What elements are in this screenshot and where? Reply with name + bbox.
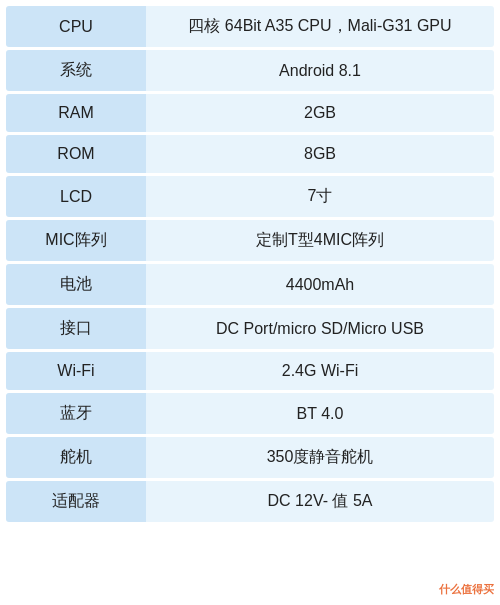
spec-value-1: Android 8.1 [146, 50, 494, 91]
spec-row: Wi-Fi2.4G Wi-Fi [6, 352, 494, 390]
spec-label-2: RAM [6, 94, 146, 132]
spec-row: CPU四核 64Bit A35 CPU，Mali-G31 GPU [6, 6, 494, 47]
spec-value-6: 4400mAh [146, 264, 494, 305]
spec-label-4: LCD [6, 176, 146, 217]
spec-label-8: Wi-Fi [6, 352, 146, 390]
watermark-label: 什么值得买 [439, 582, 494, 597]
spec-row: 舵机350度静音舵机 [6, 437, 494, 478]
spec-value-2: 2GB [146, 94, 494, 132]
spec-label-3: ROM [6, 135, 146, 173]
spec-value-10: 350度静音舵机 [146, 437, 494, 478]
spec-row: 适配器DC 12V- 值 5A [6, 481, 494, 522]
spec-row: 系统Android 8.1 [6, 50, 494, 91]
spec-label-7: 接口 [6, 308, 146, 349]
spec-value-8: 2.4G Wi-Fi [146, 352, 494, 390]
spec-value-0: 四核 64Bit A35 CPU，Mali-G31 GPU [146, 6, 494, 47]
spec-value-5: 定制T型4MIC阵列 [146, 220, 494, 261]
spec-table: CPU四核 64Bit A35 CPU，Mali-G31 GPU系统Androi… [6, 6, 494, 525]
spec-value-9: BT 4.0 [146, 393, 494, 434]
spec-label-5: MIC阵列 [6, 220, 146, 261]
spec-label-11: 适配器 [6, 481, 146, 522]
spec-label-6: 电池 [6, 264, 146, 305]
spec-row: RAM2GB [6, 94, 494, 132]
spec-row: 蓝牙BT 4.0 [6, 393, 494, 434]
spec-label-10: 舵机 [6, 437, 146, 478]
spec-row: 电池4400mAh [6, 264, 494, 305]
spec-row: MIC阵列定制T型4MIC阵列 [6, 220, 494, 261]
spec-label-9: 蓝牙 [6, 393, 146, 434]
spec-row: 接口DC Port/micro SD/Micro USB [6, 308, 494, 349]
spec-value-4: 7寸 [146, 176, 494, 217]
spec-label-0: CPU [6, 6, 146, 47]
spec-row: LCD7寸 [6, 176, 494, 217]
spec-value-3: 8GB [146, 135, 494, 173]
spec-label-1: 系统 [6, 50, 146, 91]
spec-value-11: DC 12V- 值 5A [146, 481, 494, 522]
spec-value-7: DC Port/micro SD/Micro USB [146, 308, 494, 349]
spec-row: ROM8GB [6, 135, 494, 173]
